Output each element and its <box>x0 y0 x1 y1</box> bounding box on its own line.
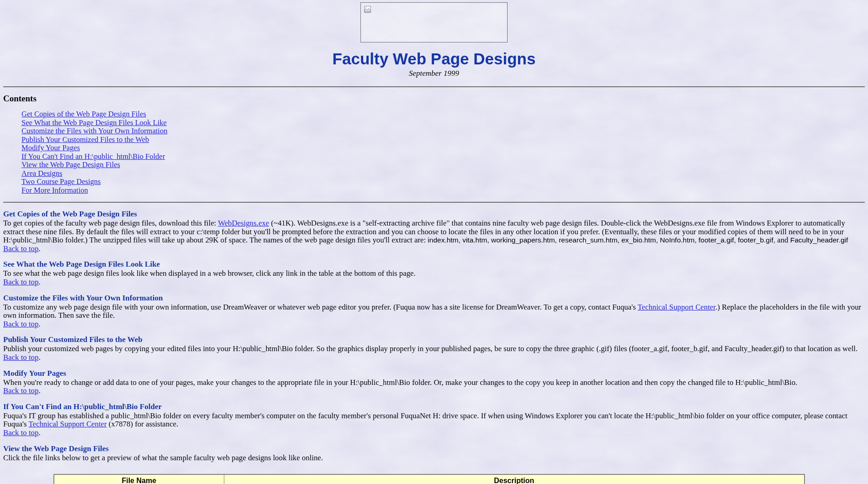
column-header-description: Description <box>224 474 804 484</box>
filename-text: index.htm, vita.htm, working_papers.htm,… <box>428 236 775 244</box>
inline-link[interactable]: Technical Support Center <box>28 420 106 428</box>
back-to-top-period: . <box>38 428 40 437</box>
contents-line: If You Can't Find an H:\public_html\Bio … <box>21 153 865 161</box>
back-to-top: Back to top. <box>3 353 865 362</box>
contents-link[interactable]: Publish Your Customized Files to the Web <box>21 135 149 144</box>
page-title: Faculty Web Page Designs <box>3 50 865 68</box>
contents-line: For More Information <box>21 186 865 195</box>
back-to-top-period: . <box>38 278 40 286</box>
contents-line: Two Course Page Designs <box>21 178 865 186</box>
section-heading: Publish Your Customized Files to the Web <box>3 335 865 344</box>
inline-link[interactable]: WebDesigns.exe <box>218 219 269 227</box>
filename-text: Faculty_header.gif <box>790 236 848 244</box>
body-text: (x7878) for assistance. <box>107 420 179 428</box>
section-heading: Get Copies of the Web Page Design Files <box>3 210 865 219</box>
back-to-top: Back to top. <box>3 429 865 437</box>
back-to-top-period: . <box>38 353 40 362</box>
back-to-top-link[interactable]: Back to top <box>3 278 38 286</box>
contents-link[interactable]: See What the Web Page Design Files Look … <box>21 118 167 127</box>
body-text: To customize any web page design file wi… <box>3 303 638 311</box>
back-to-top-link[interactable]: Back to top <box>3 428 38 437</box>
contents-link[interactable]: View the Web Page Design Files <box>21 160 120 169</box>
section-body: Click the file links below to get a prev… <box>3 454 865 463</box>
section: See What the Web Page Design Files Look … <box>3 260 865 286</box>
section-heading: If You Can't Find an H:\public_html\Bio … <box>3 402 865 411</box>
section: Modify Your Pages When you're ready to c… <box>3 369 865 395</box>
page-date: September 1999 <box>3 69 865 78</box>
sections-container: Get Copies of the Web Page Design Files … <box>3 210 865 462</box>
back-to-top-link[interactable]: Back to top <box>3 353 38 362</box>
section-body: When you're ready to change or add data … <box>3 379 865 387</box>
back-to-top-period: . <box>38 386 40 395</box>
back-to-top-link[interactable]: Back to top <box>3 320 38 328</box>
section-heading: Customize the Files with Your Own Inform… <box>3 294 865 303</box>
contents-link[interactable]: Get Copies of the Web Page Design Files <box>21 110 146 118</box>
page-root: Faculty Web Page Designs September 1999 … <box>0 2 868 484</box>
section-body: Fuqua's IT group has established a publi… <box>3 412 865 429</box>
back-to-top: Back to top. <box>3 387 865 395</box>
divider-top <box>3 86 865 87</box>
divider-contents <box>3 202 865 203</box>
section-heading: Modify Your Pages <box>3 369 865 378</box>
body-text: When you're ready to change or add data … <box>3 378 797 387</box>
contents-link[interactable]: Customize the Files with Your Own Inform… <box>21 126 167 135</box>
contents-link[interactable]: Area Designs <box>21 169 62 178</box>
back-to-top-link[interactable]: Back to top <box>3 386 38 395</box>
contents-line: Area Designs <box>21 169 865 178</box>
file-preview-table: File Name Description Top-Level Page Thi… <box>53 474 805 484</box>
contents-list: Get Copies of the Web Page Design FilesS… <box>3 110 865 195</box>
table-header-row: File Name Description <box>54 474 804 484</box>
body-text: To get copies of the faculty web page de… <box>3 219 218 227</box>
section-body: To get copies of the faculty web page de… <box>3 219 865 245</box>
back-to-top-period: . <box>38 244 40 253</box>
section-body: To see what the web page design files lo… <box>3 269 865 278</box>
contents-link[interactable]: Modify Your Pages <box>21 143 80 152</box>
back-to-top-link[interactable]: Back to top <box>3 244 38 253</box>
banner-image-placeholder <box>360 2 508 42</box>
section-body: To customize any web page design file wi… <box>3 303 865 320</box>
broken-image-icon <box>364 6 372 14</box>
section-heading: See What the Web Page Design Files Look … <box>3 260 865 269</box>
section-heading: View the Web Page Design Files <box>3 444 865 453</box>
section: View the Web Page Design Files Click the… <box>3 444 865 463</box>
contents-line: View the Web Page Design Files <box>21 161 865 169</box>
body-text: To see what the web page design files lo… <box>3 269 416 278</box>
section: Get Copies of the Web Page Design Files … <box>3 210 865 253</box>
contents-link[interactable]: If You Can't Find an H:\public_html\Bio … <box>21 152 165 161</box>
section: Customize the Files with Your Own Inform… <box>3 294 865 329</box>
section: Publish Your Customized Files to the Web… <box>3 335 865 362</box>
inline-link[interactable]: Technical Support Center <box>638 303 715 311</box>
contents-line: Get Copies of the Web Page Design Files <box>21 110 865 119</box>
back-to-top: Back to top. <box>3 245 865 253</box>
back-to-top: Back to top. <box>3 320 865 329</box>
body-text: Click the file links below to get a prev… <box>3 453 323 462</box>
body-text: and <box>775 236 790 244</box>
contents-link[interactable]: For More Information <box>21 186 88 195</box>
contents-line: Publish Your Customized Files to the Web <box>21 136 865 144</box>
contents-heading: Contents <box>3 94 865 104</box>
body-text: Publish your customized web pages by cop… <box>3 344 857 353</box>
section-body: Publish your customized web pages by cop… <box>3 345 865 353</box>
column-header-file-name: File Name <box>54 474 224 484</box>
contents-line: See What the Web Page Design Files Look … <box>21 119 865 127</box>
contents-line: Customize the Files with Your Own Inform… <box>21 127 865 136</box>
contents-link[interactable]: Two Course Page Designs <box>21 177 101 186</box>
contents-line: Modify Your Pages <box>21 144 865 153</box>
back-to-top: Back to top. <box>3 278 865 287</box>
section: If You Can't Find an H:\public_html\Bio … <box>3 402 865 437</box>
back-to-top-period: . <box>38 320 40 328</box>
